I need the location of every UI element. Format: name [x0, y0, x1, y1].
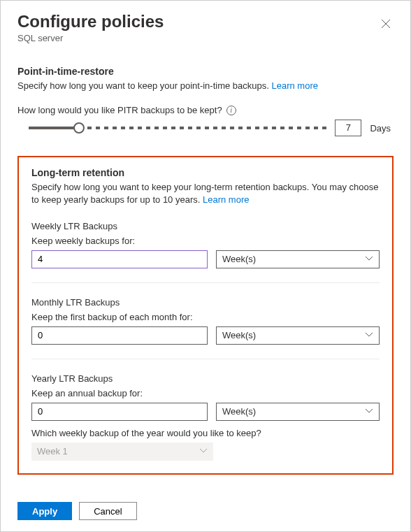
weekly-ltr-label: Keep weekly backups for: — [31, 236, 380, 246]
ltr-learn-more-link[interactable]: Learn more — [203, 194, 249, 205]
weekly-ltr-unit-text: Week(s) — [222, 254, 256, 264]
pitr-description-text: Specify how long you want to keep your p… — [17, 80, 269, 91]
cancel-button[interactable]: Cancel — [79, 502, 136, 520]
yearly-ltr-label: Keep an annual backup for: — [31, 388, 380, 398]
close-icon[interactable] — [378, 16, 394, 34]
monthly-ltr-title: Monthly LTR Backups — [31, 297, 380, 308]
info-icon[interactable]: i — [226, 106, 236, 115]
weekly-ltr-value-input[interactable] — [31, 250, 208, 268]
yearly-week-value: Week 1 — [37, 446, 68, 456]
divider — [31, 282, 380, 283]
yearly-ltr-unit-select[interactable]: Week(s) — [216, 403, 380, 421]
divider — [31, 359, 380, 359]
chevron-down-icon — [365, 331, 373, 339]
pitr-description: Specify how long you want to keep your p… — [17, 80, 394, 92]
pitr-slider[interactable] — [29, 127, 326, 129]
monthly-ltr-unit-text: Week(s) — [222, 330, 256, 340]
pitr-slider-fill — [29, 127, 79, 129]
chevron-down-icon — [199, 447, 208, 455]
weekly-ltr-title: Weekly LTR Backups — [31, 221, 380, 231]
yearly-ltr-unit-text: Week(s) — [222, 406, 256, 417]
monthly-ltr-label: Keep the first backup of each month for: — [31, 312, 380, 322]
pitr-learn-more-link[interactable]: Learn more — [272, 80, 318, 91]
ltr-section-title: Long-term retention — [31, 167, 380, 178]
yearly-ltr-title: Yearly LTR Backups — [31, 373, 380, 384]
ltr-description: Specify how long you want to keep your l… — [31, 181, 380, 206]
yearly-week-question: Which weekly backup of the year would yo… — [31, 428, 380, 438]
ltr-section-highlight: Long-term retention Specify how long you… — [17, 156, 394, 474]
monthly-ltr-unit-select[interactable]: Week(s) — [216, 326, 380, 345]
yearly-week-select: Week 1 — [31, 443, 213, 461]
monthly-ltr-value-input[interactable] — [31, 326, 208, 345]
page-subtitle: SQL server — [17, 33, 164, 43]
pitr-slider-label: How long would you like PITR backups to … — [17, 105, 222, 115]
apply-button[interactable]: Apply — [17, 502, 72, 520]
pitr-value[interactable]: 7 — [335, 120, 361, 136]
pitr-unit: Days — [370, 123, 391, 134]
page-title: Configure policies — [17, 12, 164, 31]
pitr-section-title: Point-in-time-restore — [17, 66, 394, 77]
pitr-slider-thumb[interactable] — [73, 122, 85, 134]
chevron-down-icon — [365, 408, 373, 415]
chevron-down-icon — [365, 255, 373, 263]
yearly-ltr-value-input[interactable] — [31, 403, 208, 421]
weekly-ltr-unit-select[interactable]: Week(s) — [216, 250, 380, 268]
